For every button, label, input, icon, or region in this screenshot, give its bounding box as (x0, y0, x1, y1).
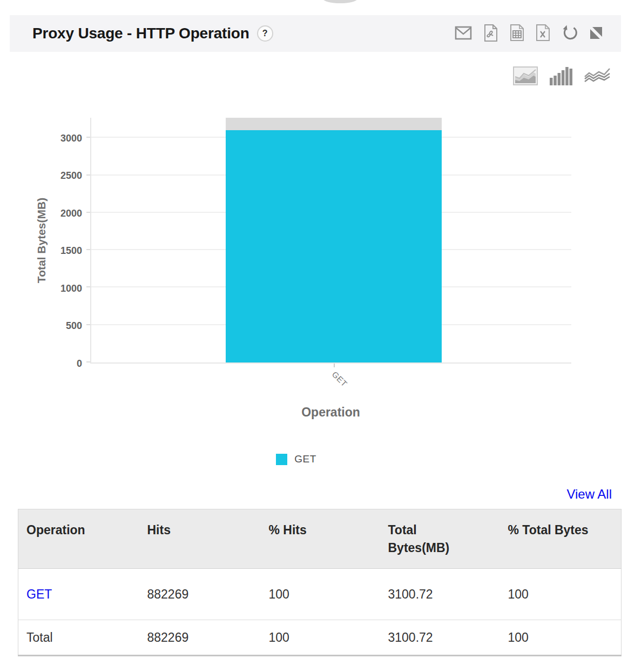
export-excel-button[interactable] (536, 24, 550, 43)
x-axis-tickmark (334, 364, 335, 367)
y-axis-tickmark (86, 174, 90, 176)
y-axis-tickmark (86, 212, 90, 213)
view-all-link[interactable]: View All (566, 487, 612, 502)
refresh-icon (562, 24, 579, 43)
bar-chart-button[interactable] (550, 66, 572, 87)
envelope-icon (455, 26, 472, 42)
bar-remainder (226, 118, 442, 130)
table-row: GET 882269 100 3100.72 100 (18, 569, 622, 620)
y-axis-tick: 3000 (60, 132, 82, 144)
cell-operation: Total (18, 620, 139, 656)
expand-icon (590, 27, 602, 41)
x-axis-tick-get: GET (330, 369, 349, 388)
x-axis-title: Operation (90, 405, 571, 420)
y-axis-tick: 1000 (60, 283, 82, 294)
y-axis-tickmark (86, 324, 90, 325)
column-header-hits: Hits (139, 509, 261, 569)
area-chart-button[interactable] (513, 66, 538, 87)
y-axis-tick: 0 (77, 358, 82, 369)
chart-legend: GET (0, 453, 610, 465)
cell-pct-hits: 100 (261, 620, 380, 656)
y-axis-tickmark (86, 361, 90, 362)
pdf-file-icon (483, 24, 498, 43)
bar-chart-icon (550, 79, 572, 87)
line-chart-button[interactable] (584, 68, 610, 85)
area-chart-icon (513, 79, 538, 87)
expand-button[interactable] (590, 27, 602, 41)
legend-swatch-get[interactable] (276, 454, 287, 465)
table-header-row: Operation Hits % Hits Total Bytes(MB) % … (18, 509, 622, 569)
bar-get[interactable] (226, 118, 442, 362)
cell-total-bytes: 3100.72 (380, 620, 500, 656)
refresh-button[interactable] (562, 24, 579, 43)
cell-pct-hits: 100 (261, 569, 380, 620)
operation-get-link[interactable]: GET (26, 587, 52, 601)
y-axis-tick: 1500 (60, 245, 82, 257)
cell-pct-total-bytes: 100 (500, 569, 622, 620)
column-header-pct-hits: % Hits (261, 509, 380, 569)
export-csv-button[interactable] (510, 24, 524, 43)
help-button[interactable]: ? (257, 25, 273, 42)
cell-hits: 882269 (139, 620, 261, 656)
chart-type-toolbar (513, 66, 610, 87)
export-pdf-button[interactable] (483, 24, 498, 43)
csv-file-icon (510, 24, 524, 43)
plot-area (90, 118, 571, 364)
cell-hits: 882269 (139, 569, 261, 620)
column-header-operation: Operation (18, 509, 139, 569)
column-header-pct-total-bytes: % Total Bytes (500, 509, 622, 569)
cell-pct-total-bytes: 100 (500, 620, 622, 656)
y-axis-tickmark (86, 249, 90, 250)
cell-total-bytes: 3100.72 (380, 569, 500, 620)
y-axis-ticks: 050010001500200025003000 (43, 118, 82, 364)
line-chart-icon (584, 77, 610, 85)
excel-file-icon (536, 24, 550, 43)
y-axis-tick: 2000 (60, 207, 82, 219)
table-row-total: Total 882269 100 3100.72 100 (18, 620, 622, 656)
cell-operation: GET (18, 569, 139, 620)
proxy-usage-table: Operation Hits % Hits Total Bytes(MB) % … (18, 509, 622, 656)
y-axis-tickmark (86, 286, 90, 287)
proxy-usage-widget: Proxy Usage - HTTP Operation ? (0, 0, 628, 672)
page-title: Proxy Usage - HTTP Operation (32, 25, 249, 42)
widget-drag-handle[interactable] (323, 0, 357, 3)
y-axis-tick: 500 (66, 320, 82, 332)
bar-fill (226, 130, 442, 362)
widget-header: Proxy Usage - HTTP Operation ? (10, 15, 621, 52)
y-axis-tickmark (86, 137, 90, 138)
column-header-total-bytes: Total Bytes(MB) (380, 509, 500, 569)
y-axis-tick: 2500 (60, 170, 82, 182)
email-button[interactable] (455, 26, 472, 42)
header-actions (455, 24, 602, 43)
legend-label-get[interactable]: GET (294, 453, 316, 465)
